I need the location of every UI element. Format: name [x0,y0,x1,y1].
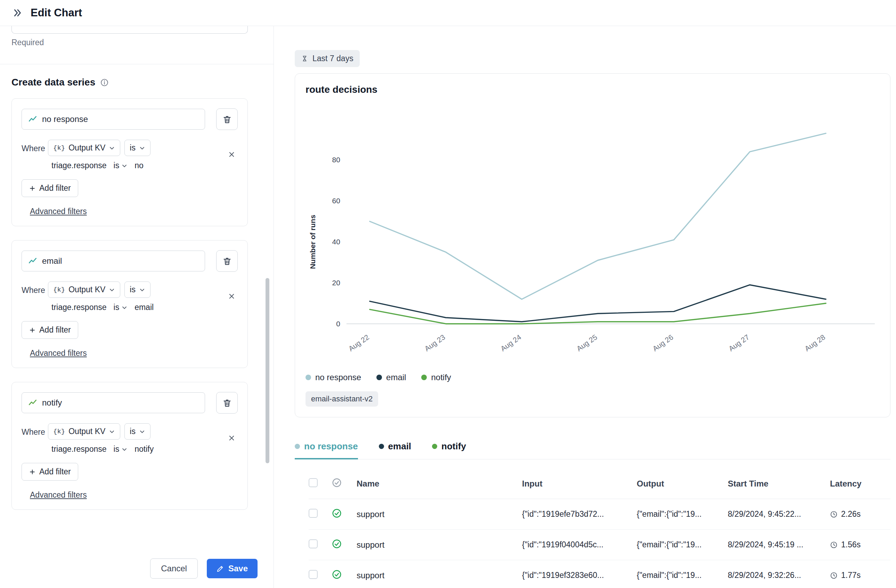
field-select[interactable]: {k} Output KV [48,140,120,156]
series-color-dot [421,375,427,380]
add-filter-button[interactable]: Add filter [21,321,78,339]
add-filter-button[interactable]: Add filter [21,179,78,197]
table-row[interactable]: support {"id":"1919ef3283e60... {"email"… [309,560,890,588]
select-all-checkbox[interactable] [309,478,318,487]
legend-label: notify [431,373,451,382]
column-input[interactable]: Input [522,479,637,489]
run-input: {"id":"1919efe7b3d72... [522,509,637,519]
pencil-icon [216,565,224,572]
run-input: {"id":"1919f04004d5c... [522,540,637,550]
save-label: Save [229,564,248,573]
operator-select[interactable]: is [125,140,151,156]
delete-series-button[interactable] [216,250,238,272]
chart-card: route decisions Number of runs020406080A… [295,73,890,417]
info-icon [100,78,109,87]
panel-divider [0,64,274,64]
run-start-time: 8/29/2024, 9:45:22... [728,509,830,519]
filter-key-operator[interactable]: is [114,445,128,454]
series-card: Where {k} Output KV is [11,382,248,510]
series-name-input[interactable] [21,109,205,129]
filter-value[interactable]: no [134,161,143,170]
legend-item: no response [305,373,361,382]
save-button[interactable]: Save [207,559,258,578]
chevron-down-icon [121,163,128,169]
advanced-filters-link[interactable]: Advanced filters [30,207,87,216]
filter-value[interactable]: email [134,303,154,312]
kv-icon: {k} [53,286,65,294]
column-name[interactable]: Name [357,479,522,489]
filter-key[interactable]: triage.response [52,303,107,312]
remove-filter-button[interactable] [226,432,238,445]
delete-series-button[interactable] [216,392,238,414]
column-output[interactable]: Output [637,479,728,489]
column-start-time[interactable]: Start Time [728,479,830,489]
tab-email[interactable]: email [379,441,411,459]
row-checkbox[interactable] [309,539,318,548]
filter-value[interactable]: notify [134,445,154,454]
column-latency[interactable]: Latency [830,479,890,489]
field-select[interactable]: {k} Output KV [48,423,120,440]
series-name-field[interactable] [42,114,198,124]
add-filter-button[interactable]: Add filter [21,463,78,481]
filter-key[interactable]: triage.response [52,161,107,170]
table-row[interactable]: support {"id":"1919f04004d5c... {"email"… [309,530,890,560]
run-name[interactable]: support [357,571,522,580]
series-name-input[interactable] [21,251,205,271]
collapse-panel-icon[interactable] [12,8,23,18]
clock-icon [830,510,838,518]
remove-filter-button[interactable] [226,148,238,161]
series-name-input[interactable] [21,392,205,413]
series-name-field[interactable] [42,398,198,408]
run-input: {"id":"1919ef3283e60... [522,571,637,580]
chevron-down-icon [109,145,115,151]
delete-series-button[interactable] [216,108,238,130]
add-filter-label: Add filter [39,183,71,193]
operator-label: is [114,445,120,454]
run-name[interactable]: support [357,540,522,550]
trash-icon [222,115,232,124]
chart-legend: no response email notify [305,373,880,382]
time-range-chip[interactable]: Last 7 days [295,50,360,67]
truncated-input[interactable] [11,26,248,34]
operator-label: is [114,161,120,170]
tab-notify[interactable]: notify [432,441,466,459]
remove-filter-button[interactable] [226,290,238,303]
add-filter-label: Add filter [39,467,71,477]
top-bar: Edit Chart [0,0,896,26]
run-start-time: 8/29/2024, 9:45:19 ... [728,540,830,550]
scrollbar-thumb[interactable] [265,278,269,463]
cancel-button[interactable]: Cancel [150,559,198,579]
where-label: Where [21,282,48,312]
legend-label: no response [315,373,361,382]
row-checkbox[interactable] [309,570,318,579]
operator-select[interactable]: is [125,282,151,298]
chevron-down-icon [139,145,145,151]
filter-key[interactable]: triage.response [52,445,107,454]
session-tag[interactable]: email-assistant-v2 [305,391,378,407]
tab-label: email [388,441,411,452]
svg-text:20: 20 [332,279,340,287]
line-chart-icon [28,398,37,407]
panel-footer: Cancel Save [0,549,274,588]
tab-no-response[interactable]: no response [295,441,358,459]
run-name[interactable]: support [357,509,522,519]
line-chart-icon [28,115,37,124]
chart-preview-panel: Last 7 days route decisions Number of ru… [274,26,896,588]
plus-icon [29,327,36,334]
filter-key-operator[interactable]: is [114,303,128,312]
advanced-filters-link[interactable]: Advanced filters [30,491,87,500]
time-range-label: Last 7 days [312,54,354,63]
advanced-filters-link[interactable]: Advanced filters [30,349,87,358]
operator-select[interactable]: is [125,423,151,440]
table-row[interactable]: support {"id":"1919efe7b3d72... {"email"… [309,499,890,530]
field-select[interactable]: {k} Output KV [48,282,120,298]
edit-chart-panel: Required Create data series [0,26,274,588]
filter-key-operator[interactable]: is [114,161,128,170]
series-color-dot [305,375,311,380]
series-name-field[interactable] [42,256,198,266]
chevron-down-icon [139,287,145,293]
svg-text:Aug 22: Aug 22 [347,333,370,353]
row-checkbox[interactable] [309,509,318,518]
run-latency: 1.77s [841,571,861,580]
svg-text:40: 40 [332,238,340,246]
